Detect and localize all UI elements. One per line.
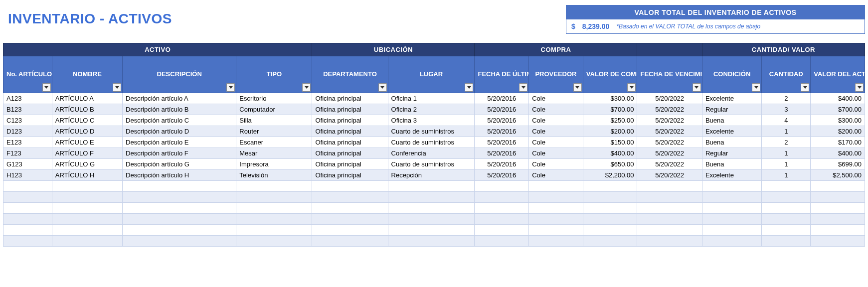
cell-fvg[interactable]: 5/20/2022 bbox=[637, 93, 702, 104]
cell-val[interactable]: $300.00 bbox=[811, 115, 865, 126]
cell-cant[interactable]: 4 bbox=[762, 115, 811, 126]
cell-empty[interactable] bbox=[811, 181, 865, 192]
cell-lugar[interactable]: Oficina 1 bbox=[388, 93, 475, 104]
cell-cond[interactable]: Regular bbox=[702, 148, 762, 159]
cell-empty[interactable] bbox=[236, 181, 312, 192]
cell-vcpa[interactable]: $400.00 bbox=[583, 148, 637, 159]
cell-empty[interactable] bbox=[475, 236, 529, 247]
cell-empty[interactable] bbox=[388, 225, 475, 236]
cell-empty[interactable] bbox=[583, 192, 637, 203]
cell-cant[interactable]: 2 bbox=[762, 137, 811, 148]
cell-prov[interactable]: Cole bbox=[529, 115, 583, 126]
cell-empty[interactable] bbox=[236, 236, 312, 247]
cell-empty[interactable] bbox=[52, 181, 122, 192]
col-valor-compra-por-articulo-filter-button[interactable] bbox=[627, 83, 636, 92]
cell-vcpa[interactable]: $700.00 bbox=[583, 104, 637, 115]
cell-dep[interactable]: Oficina principal bbox=[312, 170, 388, 181]
cell-fvg[interactable]: 5/20/2022 bbox=[637, 159, 702, 170]
cell-empty[interactable] bbox=[312, 192, 388, 203]
col-no-articulo-filter-button[interactable] bbox=[42, 83, 51, 92]
cell-empty[interactable] bbox=[529, 203, 583, 214]
cell-prov[interactable]: Cole bbox=[529, 170, 583, 181]
cell-fup[interactable]: 5/20/2016 bbox=[475, 159, 529, 170]
cell-desc[interactable]: Descripción artículo A bbox=[123, 93, 236, 104]
cell-tipo[interactable]: Escaner bbox=[236, 137, 312, 148]
cell-fup[interactable]: 5/20/2016 bbox=[475, 148, 529, 159]
cell-lugar[interactable]: Cuarto de suministros bbox=[388, 159, 475, 170]
cell-empty[interactable] bbox=[583, 225, 637, 236]
cell-fup[interactable]: 5/20/2016 bbox=[475, 137, 529, 148]
cell-empty[interactable] bbox=[123, 214, 236, 225]
cell-empty[interactable] bbox=[811, 225, 865, 236]
col-tipo-filter-button[interactable] bbox=[302, 83, 311, 92]
cell-nombre[interactable]: ARTÍCULO A bbox=[52, 93, 122, 104]
cell-empty[interactable] bbox=[52, 214, 122, 225]
col-cantidad-filter-button[interactable] bbox=[801, 83, 809, 92]
cell-nombre[interactable]: ARTÍCULO H bbox=[52, 170, 122, 181]
cell-nombre[interactable]: ARTÍCULO F bbox=[52, 148, 122, 159]
cell-vcpa[interactable]: $2,200.00 bbox=[583, 170, 637, 181]
cell-empty[interactable] bbox=[762, 192, 811, 203]
cell-val[interactable]: $699.00 bbox=[811, 159, 865, 170]
cell-lugar[interactable]: Oficina 2 bbox=[388, 104, 475, 115]
col-condicion-filter-button[interactable] bbox=[752, 83, 760, 92]
cell-dep[interactable]: Oficina principal bbox=[312, 137, 388, 148]
cell-nombre[interactable]: ARTÍCULO C bbox=[52, 115, 122, 126]
cell-tipo[interactable]: Escritorio bbox=[236, 93, 312, 104]
cell-empty[interactable] bbox=[52, 236, 122, 247]
cell-empty[interactable] bbox=[529, 181, 583, 192]
cell-desc[interactable]: Descripción artículo B bbox=[123, 104, 236, 115]
cell-cant[interactable]: 2 bbox=[762, 93, 811, 104]
cell-no[interactable]: A123 bbox=[3, 93, 52, 104]
cell-prov[interactable]: Cole bbox=[529, 93, 583, 104]
cell-empty[interactable] bbox=[475, 214, 529, 225]
cell-empty[interactable] bbox=[583, 203, 637, 214]
cell-empty[interactable] bbox=[529, 225, 583, 236]
cell-empty[interactable] bbox=[762, 214, 811, 225]
cell-empty[interactable] bbox=[529, 236, 583, 247]
cell-empty[interactable] bbox=[388, 192, 475, 203]
cell-empty[interactable] bbox=[811, 192, 865, 203]
col-proveedor-filter-button[interactable] bbox=[573, 83, 582, 92]
cell-desc[interactable]: Descripción artículo C bbox=[123, 115, 236, 126]
cell-fup[interactable]: 5/20/2016 bbox=[475, 170, 529, 181]
cell-empty[interactable] bbox=[123, 236, 236, 247]
cell-lugar[interactable]: Conferencia bbox=[388, 148, 475, 159]
cell-empty[interactable] bbox=[811, 203, 865, 214]
cell-cant[interactable]: 1 bbox=[762, 126, 811, 137]
cell-empty[interactable] bbox=[529, 214, 583, 225]
cell-fvg[interactable]: 5/20/2022 bbox=[637, 170, 702, 181]
cell-val[interactable]: $2,500.00 bbox=[811, 170, 865, 181]
cell-empty[interactable] bbox=[3, 225, 52, 236]
cell-nombre[interactable]: ARTÍCULO G bbox=[52, 159, 122, 170]
cell-empty[interactable] bbox=[702, 236, 762, 247]
cell-fvg[interactable]: 5/20/2022 bbox=[637, 137, 702, 148]
cell-empty[interactable] bbox=[312, 203, 388, 214]
cell-empty[interactable] bbox=[475, 181, 529, 192]
cell-dep[interactable]: Oficina principal bbox=[312, 115, 388, 126]
col-nombre-filter-button[interactable] bbox=[113, 83, 121, 92]
cell-empty[interactable] bbox=[762, 181, 811, 192]
cell-empty[interactable] bbox=[388, 236, 475, 247]
cell-empty[interactable] bbox=[3, 192, 52, 203]
cell-desc[interactable]: Descripción artículo H bbox=[123, 170, 236, 181]
cell-prov[interactable]: Cole bbox=[529, 159, 583, 170]
cell-empty[interactable] bbox=[702, 181, 762, 192]
cell-val[interactable]: $700.00 bbox=[811, 104, 865, 115]
cell-dep[interactable]: Oficina principal bbox=[312, 159, 388, 170]
cell-val[interactable]: $400.00 bbox=[811, 148, 865, 159]
cell-empty[interactable] bbox=[475, 225, 529, 236]
cell-cond[interactable]: Buena bbox=[702, 137, 762, 148]
cell-empty[interactable] bbox=[583, 236, 637, 247]
cell-no[interactable]: H123 bbox=[3, 170, 52, 181]
cell-no[interactable]: B123 bbox=[3, 104, 52, 115]
cell-tipo[interactable]: Router bbox=[236, 126, 312, 137]
cell-empty[interactable] bbox=[3, 236, 52, 247]
cell-lugar[interactable]: Oficina 3 bbox=[388, 115, 475, 126]
cell-empty[interactable] bbox=[123, 192, 236, 203]
cell-empty[interactable] bbox=[236, 192, 312, 203]
cell-vcpa[interactable]: $250.00 bbox=[583, 115, 637, 126]
cell-empty[interactable] bbox=[312, 236, 388, 247]
cell-empty[interactable] bbox=[637, 181, 702, 192]
cell-nombre[interactable]: ARTÍCULO D bbox=[52, 126, 122, 137]
